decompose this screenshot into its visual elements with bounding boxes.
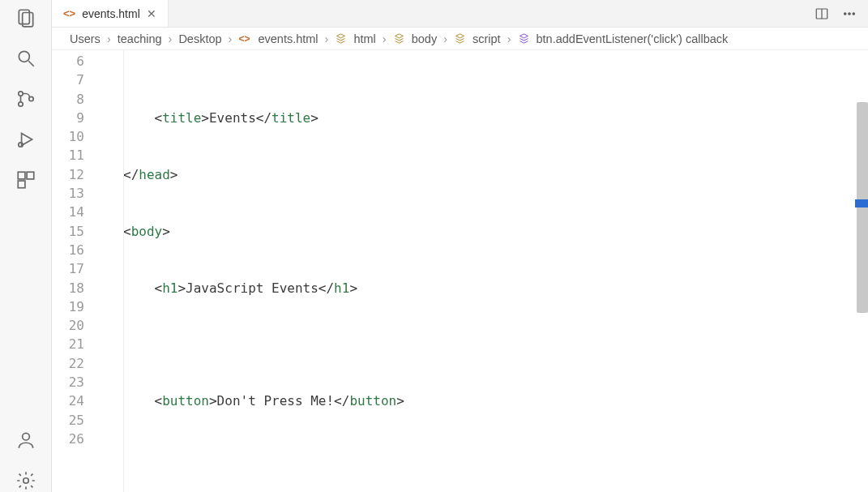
more-actions-icon[interactable]	[842, 6, 857, 21]
svg-point-18	[853, 12, 854, 14]
tab-label: events.html	[82, 7, 140, 20]
symbol-icon	[518, 32, 530, 45]
source-control-icon[interactable]	[15, 88, 37, 110]
symbol-icon	[393, 32, 405, 45]
svg-point-4	[18, 92, 22, 96]
svg-point-8	[18, 143, 22, 147]
crumb-html[interactable]: html	[353, 32, 375, 45]
html-file-icon: <>	[63, 7, 75, 19]
tab-bar: <> events.html ✕	[52, 0, 868, 28]
crumb-body[interactable]: body	[412, 32, 437, 45]
explorer-icon[interactable]	[15, 6, 37, 29]
selection-marker-icon	[855, 199, 868, 207]
svg-point-5	[18, 102, 22, 106]
svg-point-16	[844, 12, 846, 14]
close-icon[interactable]: ✕	[147, 7, 156, 20]
tab-actions	[815, 0, 868, 27]
symbol-icon	[335, 32, 347, 45]
crumb-file[interactable]: events.html	[258, 32, 318, 45]
account-icon[interactable]	[15, 429, 37, 451]
tab-events-html[interactable]: <> events.html ✕	[52, 0, 169, 27]
breadcrumb[interactable]: Users› teaching› Desktop› <> events.html…	[52, 28, 868, 50]
line-number-gutter: 67891011121314151617181920212223242526	[52, 50, 100, 492]
scrollbar-thumb[interactable]	[857, 102, 868, 313]
svg-point-13	[23, 478, 28, 484]
extensions-icon[interactable]	[15, 169, 37, 191]
editor-group: <> events.html ✕ Users› teaching› Deskto…	[52, 0, 868, 492]
overview-ruler[interactable]	[855, 50, 868, 492]
symbol-icon	[454, 32, 466, 45]
svg-point-2	[19, 51, 29, 62]
crumb-teaching[interactable]: teaching	[118, 32, 162, 45]
svg-rect-11	[18, 181, 25, 188]
activity-bar	[0, 0, 52, 492]
crumb-script[interactable]: script	[472, 32, 501, 45]
html-file-icon: <>	[238, 33, 250, 45]
svg-point-12	[22, 433, 29, 440]
svg-rect-10	[27, 172, 34, 179]
split-editor-icon[interactable]	[815, 6, 829, 21]
svg-rect-9	[18, 172, 25, 179]
settings-gear-icon[interactable]	[15, 469, 37, 492]
svg-point-17	[849, 12, 850, 14]
svg-line-3	[28, 61, 34, 66]
run-debug-icon[interactable]	[15, 128, 37, 151]
crumb-users[interactable]: Users	[70, 32, 100, 45]
code-editor[interactable]: 67891011121314151617181920212223242526 <…	[52, 50, 868, 492]
svg-point-6	[28, 96, 32, 101]
search-icon[interactable]	[15, 47, 37, 70]
crumb-desktop[interactable]: Desktop	[178, 32, 221, 45]
crumb-callback[interactable]: btn.addEventListener('click') callback	[537, 32, 729, 45]
code-content[interactable]: <title>Events</title> </head> <body> <h1…	[100, 50, 868, 492]
